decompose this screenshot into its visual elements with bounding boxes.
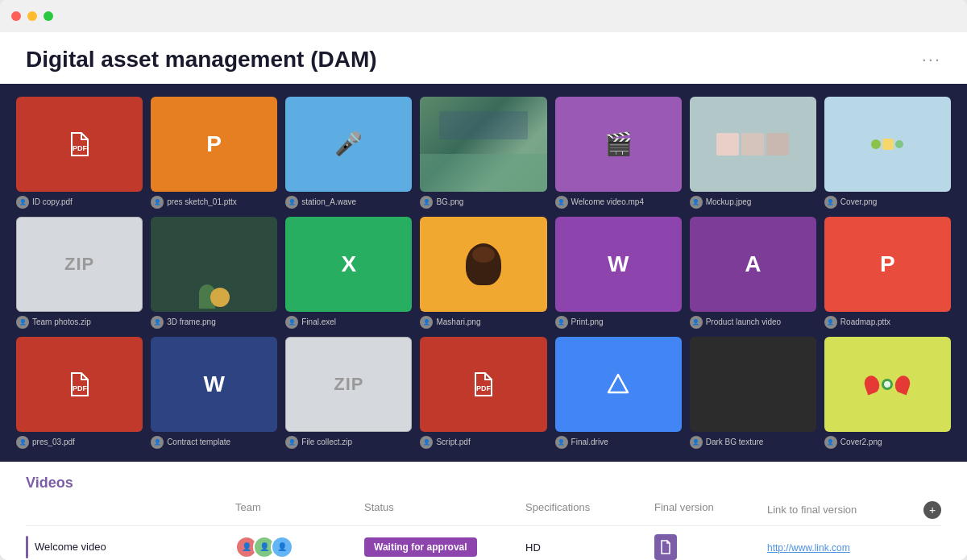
asset-filename: Cover2.png	[840, 438, 882, 446]
pdf2-icon: PDF	[65, 370, 94, 399]
asset-filename: Cover.png	[840, 197, 878, 206]
avatar: 👤	[690, 436, 703, 449]
asset-filename: Contract template	[167, 438, 230, 446]
asset-card[interactable]: 🎤 👤 station_A.wave	[285, 97, 412, 209]
asset-label: 👤 3D frame.png	[151, 316, 277, 329]
avatar: 👤	[420, 436, 433, 449]
asset-card[interactable]: 👤 Dark BG texture	[690, 337, 816, 449]
asset-card[interactable]: 👤 Mockup.jpeg	[690, 97, 816, 209]
asset-label: 👤 Welcome video.mp4	[555, 196, 682, 209]
bottom-section: Videos Team Status Specifications Final …	[0, 462, 967, 560]
spec-value: HD	[525, 541, 541, 554]
asset-card[interactable]: 👤 Cover.png	[824, 97, 951, 209]
more-button[interactable]: ···	[922, 49, 941, 70]
close-dot[interactable]	[11, 11, 21, 21]
asset-card[interactable]: 👤 Final.drive	[555, 337, 682, 449]
avatar: 👤	[824, 316, 837, 329]
asset-thumb: A	[690, 217, 816, 312]
svg-text:PDF: PDF	[73, 144, 88, 152]
col-team: Team	[235, 501, 364, 519]
asset-card[interactable]: W 👤 Print.png	[555, 217, 682, 329]
avatar: 👤	[420, 316, 433, 329]
asset-thumb	[690, 337, 816, 432]
asset-filename: Final.exel	[301, 317, 336, 326]
asset-filename: Mockup.jpeg	[706, 197, 752, 206]
asset-card[interactable]: ZIP 👤 Team photos.zip	[16, 217, 143, 329]
asset-filename: File collect.zip	[301, 438, 352, 446]
avatar: 👤	[16, 316, 29, 329]
svg-text:PDF: PDF	[73, 384, 88, 392]
asset-label: 👤 station_A.wave	[285, 196, 412, 209]
asset-filename: Print.png	[571, 317, 604, 326]
asset-thumb	[824, 337, 951, 432]
excel-icon: X	[342, 251, 357, 277]
asset-label: 👤 Final.exel	[285, 316, 412, 329]
avatar: 👤	[555, 316, 568, 329]
asset-card[interactable]: PDF 👤 Script.pdf	[420, 337, 546, 449]
asset-card[interactable]: 👤 Cover2.png	[824, 337, 951, 449]
section-title: Videos	[26, 475, 941, 492]
asset-card[interactable]: 👤 Mashari.png	[420, 217, 546, 329]
svg-marker-3	[608, 375, 628, 392]
asset-thumb	[555, 337, 682, 432]
asset-filename: 3D frame.png	[167, 317, 216, 326]
row-spec: HD	[525, 540, 654, 554]
asset-filename: Script.pdf	[436, 438, 470, 446]
col-link-label: Link to final version	[767, 504, 857, 516]
maximize-dot[interactable]	[44, 11, 53, 21]
asset-filename: Mashari.png	[436, 317, 480, 326]
avatar: 👤	[151, 196, 164, 209]
row-team: 👤 👤 👤	[235, 536, 364, 558]
header: Digital asset management (DAM) ···	[0, 32, 967, 84]
row-final	[654, 534, 767, 560]
link-value[interactable]: http://www.link.com	[767, 542, 850, 554]
asset-filename: Team photos.zip	[32, 317, 91, 326]
asset-label: 👤 Mockup.jpeg	[690, 196, 816, 209]
avatar: 👤	[285, 196, 298, 209]
asset-filename: pres_03.pdf	[32, 438, 75, 446]
asset-card[interactable]: PDF 👤 ID copy.pdf	[16, 97, 143, 209]
asset-thumb	[824, 97, 951, 192]
col-final: Final version	[654, 501, 767, 519]
row-status: Waiting for approval	[364, 537, 525, 557]
asset-thumb: P	[824, 217, 951, 312]
titlebar	[0, 0, 967, 32]
asset-card[interactable]: ZIP 👤 File collect.zip	[285, 337, 412, 449]
asset-thumb: PDF	[420, 337, 546, 432]
asset-label: 👤 pres sketch_01.pttx	[151, 196, 277, 209]
team-avatars: 👤 👤 👤	[235, 536, 364, 558]
file-svg	[660, 540, 671, 554]
avatar: 👤	[824, 196, 837, 209]
add-column-button[interactable]: +	[923, 501, 941, 519]
asset-thumb: ZIP	[285, 337, 412, 432]
asset-filename: pres sketch_01.pttx	[167, 197, 237, 206]
status-badge: Waiting for approval	[364, 537, 477, 557]
asset-label: 👤 Cover2.png	[824, 436, 951, 449]
asset-card[interactable]: 👤 BG.png	[420, 97, 546, 209]
asset-thumb: W	[555, 217, 682, 312]
asset-filename: station_A.wave	[301, 197, 356, 206]
asset-label: 👤 Mashari.png	[420, 316, 546, 329]
asset-card[interactable]: A 👤 Product launch video	[690, 217, 816, 329]
dam-grid-section: PDF 👤 ID copy.pdf P 👤 pres sketch_01.ptt…	[0, 84, 967, 462]
minimize-dot[interactable]	[27, 11, 37, 21]
word-icon: W	[608, 251, 629, 277]
asset-card[interactable]: 👤 3D frame.png	[151, 217, 277, 329]
asset-filename: Final.drive	[571, 438, 608, 446]
col-link: Link to final version +	[767, 501, 941, 519]
asset-label: 👤 Final.drive	[555, 436, 682, 449]
asset-label: 👤 Roadmap.pttx	[824, 316, 951, 329]
avatar: 👤	[555, 436, 568, 449]
asset-card[interactable]: P 👤 pres sketch_01.pttx	[151, 97, 277, 209]
asset-label: 👤 Dark BG texture	[690, 436, 816, 449]
asset-card[interactable]: 🎬 👤 Welcome video.mp4	[555, 97, 682, 209]
asset-label: 👤 Cover.png	[824, 196, 951, 209]
page-title: Digital asset management (DAM)	[26, 47, 377, 73]
asset-card[interactable]: P 👤 Roadmap.pttx	[824, 217, 951, 329]
asset-card[interactable]: W 👤 Contract template	[151, 337, 277, 449]
zip2-icon: ZIP	[334, 374, 363, 395]
asset-card[interactable]: PDF 👤 pres_03.pdf	[16, 337, 143, 449]
asset-card[interactable]: X 👤 Final.exel	[285, 217, 412, 329]
asset-label: 👤 Product launch video	[690, 316, 816, 329]
avatar: 👤	[16, 436, 29, 449]
